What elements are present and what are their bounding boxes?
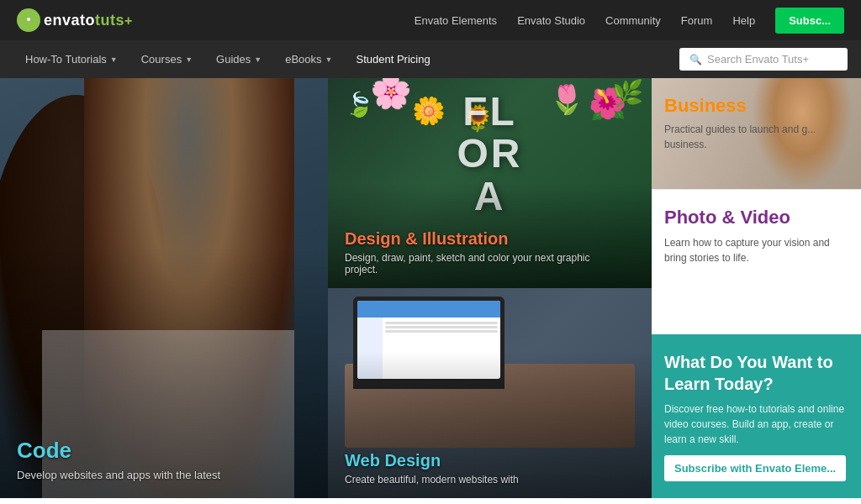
nav-studio[interactable]: Envato Studio [517, 14, 585, 27]
webdesign-title: Web Design [345, 451, 519, 470]
design-title: Design & Illustration [345, 229, 614, 249]
dropdown-arrow: ▼ [185, 55, 193, 64]
nav-student-pricing[interactable]: Student Pricing [345, 40, 442, 78]
code-panel-text: Code Develop websites and apps with the … [17, 438, 220, 481]
nav-community[interactable]: Community [605, 14, 661, 27]
dropdown-arrow: ▼ [325, 55, 333, 64]
cta-subscribe-link[interactable]: Subscribe with Envato Eleme... [664, 455, 846, 481]
secondary-nav: How-To Tutorials ▼ Courses ▼ Guides ▼ eB… [0, 40, 861, 78]
code-panel[interactable]: Code Develop websites and apps with the … [0, 78, 328, 498]
business-text: Business Practical guides to launch and … [664, 95, 861, 152]
webdesign-panel-text: Web Design Create beautiful, modern webs… [345, 451, 519, 486]
svg-point-0 [27, 18, 30, 21]
dropdown-arrow: ▼ [254, 55, 261, 64]
dropdown-arrow: ▼ [110, 55, 118, 64]
search-box[interactable]: 🔍 Search Envato Tuts+ [679, 48, 848, 71]
nav-courses[interactable]: Courses ▼ [129, 40, 204, 78]
nav-tutorials[interactable]: How-To Tutorials ▼ [13, 40, 129, 78]
design-desc: Design, draw, paint, sketch and color yo… [345, 252, 614, 276]
envato-icon [17, 8, 40, 32]
design-panel-text: Design & Illustration Design, draw, pain… [345, 229, 614, 276]
photovideo-desc: Learn how to capture your vision and bri… [664, 235, 848, 265]
logo[interactable]: envatotuts+ [17, 8, 133, 32]
nav-guides[interactable]: Guides ▼ [204, 40, 273, 78]
cta-desc: Discover free how-to tutorials and onlin… [664, 402, 848, 447]
business-section[interactable]: Business Practical guides to launch and … [652, 78, 861, 189]
business-title: Business [664, 95, 861, 117]
nav-elements[interactable]: Envato Elements [415, 14, 497, 27]
top-nav: Envato Elements Envato Studio Community … [415, 8, 844, 34]
business-desc: Practical guides to launch and g... busi… [664, 122, 861, 152]
search-icon: 🔍 [689, 54, 702, 66]
top-bar: envatotuts+ Envato Elements Envato Studi… [0, 0, 861, 40]
webdesign-panel[interactable]: Web Design Create beautiful, modern webs… [328, 288, 652, 498]
nav-forum[interactable]: Forum [681, 14, 713, 27]
webdesign-desc: Create beautiful, modern websites with [345, 474, 519, 486]
nav-help[interactable]: Help [732, 14, 755, 27]
right-col: Business Practical guides to launch and … [652, 78, 861, 498]
gradient-overlay [0, 78, 328, 498]
code-title: Code [17, 438, 220, 464]
logo-text: envatotuts+ [44, 12, 133, 29]
cta-title: What Do You Want to Learn Today? [664, 351, 848, 395]
design-panel[interactable]: 🌸 🌺 🌼 🌷 🌻 🍃 🌿 FL OR A Design & Illustrat… [328, 78, 652, 288]
photovideo-section[interactable]: Photo & Video Learn how to capture your … [652, 189, 861, 334]
nav-ebooks[interactable]: eBooks ▼ [273, 40, 344, 78]
photovideo-title: Photo & Video [664, 207, 848, 228]
main-content: Code Develop websites and apps with the … [0, 78, 861, 504]
subscribe-button[interactable]: Subsc... [775, 8, 844, 34]
search-placeholder: Search Envato Tuts+ [707, 53, 809, 66]
code-desc: Develop websites and apps with the lates… [17, 469, 220, 481]
cta-section[interactable]: What Do You Want to Learn Today? Discove… [652, 334, 861, 498]
